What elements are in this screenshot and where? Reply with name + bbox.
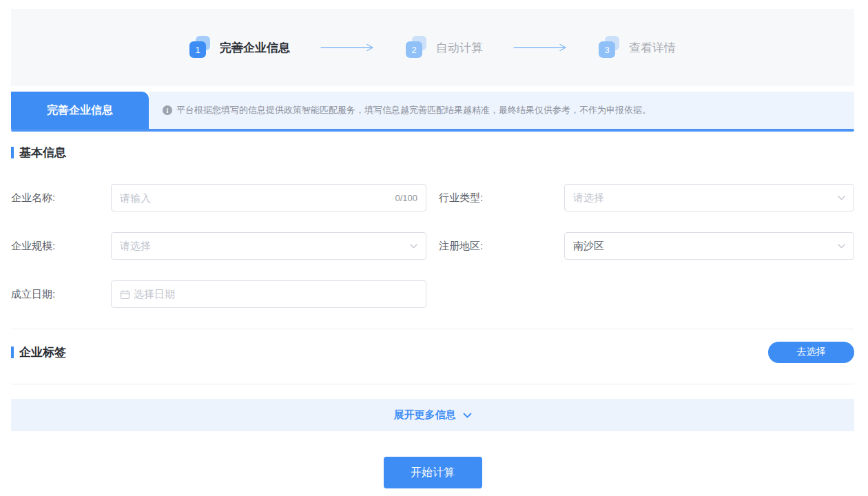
select-placeholder: 请选择	[120, 240, 410, 253]
registered-region-select[interactable]: 南沙区	[564, 232, 854, 260]
industry-type-item: 行业类型: 请选择	[439, 184, 854, 211]
basic-info-section-header: 基本信息	[11, 144, 854, 161]
founding-date-label: 成立日期:	[11, 288, 111, 301]
select-value: 南沙区	[573, 240, 838, 253]
step-2-auto-calculate: 2 自动计算	[406, 37, 483, 58]
company-name-field[interactable]: 0/100	[111, 184, 426, 211]
date-placeholder: 选择日期	[134, 288, 417, 301]
arrow-right-icon	[512, 43, 570, 52]
step-3-view-details: 3 查看详情	[599, 37, 676, 58]
company-scale-select[interactable]: 请选择	[111, 232, 426, 260]
company-scale-item: 企业规模: 请选择	[11, 232, 426, 260]
industry-type-label: 行业类型:	[439, 192, 564, 205]
chevron-down-icon	[838, 244, 845, 249]
company-scale-label: 企业规模:	[11, 240, 111, 253]
section-accent-bar	[11, 147, 14, 158]
company-name-label: 企业名称:	[11, 192, 111, 205]
notice-bar: i 平台根据您填写的信息提供政策智能匹配服务，填写信息越完善匹配结果越精准，最终…	[149, 92, 854, 129]
expand-more-label: 展开更多信息	[394, 409, 456, 422]
expand-more-bar[interactable]: 展开更多信息	[11, 399, 854, 431]
step-number: 3	[599, 41, 615, 58]
chevron-down-icon	[463, 413, 472, 418]
select-placeholder: 请选择	[573, 192, 838, 205]
step-1-badge: 1	[189, 37, 210, 58]
tab-bar: 完善企业信息 i 平台根据您填写的信息提供政策智能匹配服务，填写信息越完善匹配结…	[11, 92, 854, 129]
founding-date-picker[interactable]: 选择日期	[111, 280, 426, 308]
section-accent-bar	[11, 347, 14, 358]
step-3-badge: 3	[599, 37, 619, 58]
step-number: 1	[189, 41, 206, 58]
tab-complete-company-info[interactable]: 完善企业信息	[11, 92, 149, 129]
arrow-right-icon	[319, 43, 377, 52]
basic-info-form: 企业名称: 0/100 行业类型: 请选择 企业规模: 请选择	[11, 184, 854, 308]
section-title: 企业标签	[19, 344, 66, 360]
chevron-down-icon	[410, 244, 417, 249]
page-container: 1 完善企业信息 2 自动计算 3 查看详情 完善企业信息	[11, 9, 854, 488]
industry-type-select[interactable]: 请选择	[564, 184, 854, 211]
section-divider	[11, 384, 854, 384]
info-icon: i	[163, 105, 172, 115]
chevron-down-icon	[838, 196, 845, 200]
registered-region-item: 注册地区: 南沙区	[439, 232, 854, 260]
step-label: 完善企业信息	[220, 40, 290, 56]
notice-text: 平台根据您填写的信息提供政策智能匹配服务，填写信息越完善匹配结果越精准，最终结果…	[176, 104, 651, 116]
section-divider	[11, 329, 854, 329]
tags-section-header: 企业标签 去选择	[11, 341, 854, 363]
company-name-input[interactable]	[120, 192, 389, 204]
footer-actions: 开始计算	[11, 457, 854, 488]
start-calculate-button[interactable]: 开始计算	[384, 457, 482, 488]
step-2-badge: 2	[406, 37, 426, 58]
char-counter: 0/100	[395, 193, 417, 203]
step-label: 自动计算	[436, 40, 483, 56]
calendar-icon	[120, 289, 130, 300]
step-number: 2	[406, 41, 422, 58]
step-label: 查看详情	[629, 40, 676, 56]
select-tags-button[interactable]: 去选择	[768, 342, 854, 363]
registered-region-label: 注册地区:	[439, 240, 564, 253]
wizard-stepper: 1 完善企业信息 2 自动计算 3 查看详情	[11, 9, 854, 86]
company-name-item: 企业名称: 0/100	[11, 184, 426, 211]
founding-date-item: 成立日期: 选择日期	[11, 280, 426, 308]
section-title: 基本信息	[19, 145, 66, 161]
tab-underline	[11, 129, 854, 132]
step-1-complete-company-info: 1 完善企业信息	[189, 37, 290, 58]
